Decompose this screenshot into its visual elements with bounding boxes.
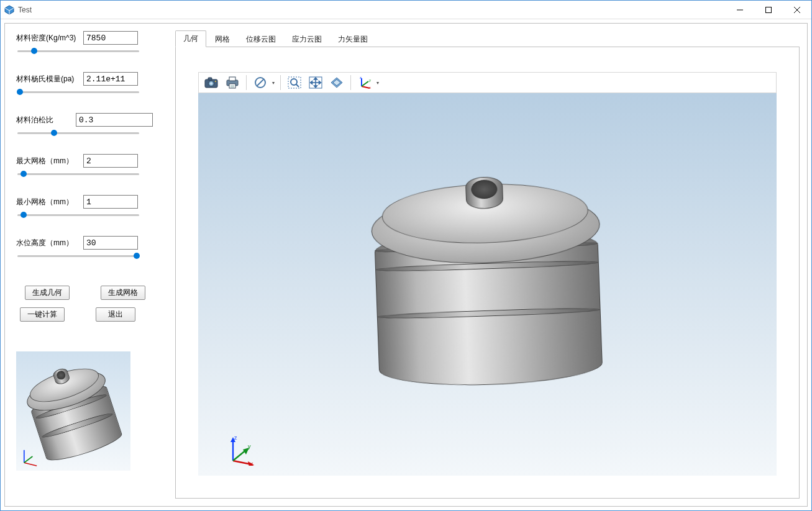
svg-rect-15: [229, 77, 235, 81]
model-preview: [16, 351, 130, 471]
window-title: Test: [18, 6, 32, 14]
generate-geometry-button[interactable]: 生成几何: [25, 286, 70, 300]
svg-line-20: [257, 79, 264, 86]
viewer-toolbar: ▾: [198, 72, 777, 93]
toolbar-separator: [350, 75, 351, 90]
param-label: 材料杨氏模量(pa): [16, 74, 83, 84]
maximize-button[interactable]: [754, 1, 783, 19]
param-poisson: 材料泊松比: [16, 113, 153, 138]
axis-x-label: x: [250, 461, 253, 466]
param-water-level: 水位高度（mm）: [16, 236, 153, 261]
tab-mesh[interactable]: 网格: [208, 32, 237, 47]
zoom-box-icon[interactable]: [285, 74, 304, 91]
min-mesh-input[interactable]: [83, 195, 138, 209]
close-button[interactable]: [783, 1, 811, 19]
svg-rect-10: [208, 78, 212, 80]
axis-y-label: y: [248, 443, 251, 450]
max-mesh-slider[interactable]: [17, 170, 139, 179]
pan-icon[interactable]: [306, 74, 326, 91]
svg-marker-29: [311, 81, 312, 84]
axis-z-label: z: [234, 435, 237, 441]
svg-marker-28: [314, 86, 317, 88]
param-youngs-modulus: 材料杨氏模量(pa): [16, 72, 153, 97]
minimize-button[interactable]: [726, 1, 754, 19]
main-area: 几何 网格 位移云图 应力云图 力矢量图: [175, 31, 800, 499]
svg-line-23: [296, 84, 299, 88]
sidebar: 材料密度(Kg/m^3) 材料杨氏模量(pa): [16, 31, 153, 499]
tab-content: ▾: [175, 47, 800, 499]
titlebar: Test: [1, 1, 811, 19]
svg-line-7: [24, 463, 37, 466]
rotate-icon[interactable]: [327, 74, 347, 91]
svg-text:x: x: [369, 86, 371, 89]
axes-icon[interactable]: zyx: [355, 74, 375, 91]
param-min-mesh: 最小网格（mm）: [16, 195, 153, 220]
svg-point-12: [210, 82, 212, 84]
poisson-input[interactable]: [76, 113, 153, 127]
youngs-modulus-input[interactable]: [83, 72, 138, 86]
generate-mesh-button[interactable]: 生成网格: [101, 286, 145, 300]
min-mesh-slider[interactable]: [17, 211, 139, 220]
param-label: 材料泊松比: [16, 115, 76, 125]
param-max-mesh: 最大网格（mm）: [16, 154, 153, 179]
svg-line-8: [24, 456, 33, 463]
svg-line-35: [362, 81, 368, 86]
app-window: Test 材料密度(Kg/m^3): [0, 0, 812, 511]
app-icon: [4, 5, 14, 15]
water-level-input[interactable]: [83, 236, 138, 250]
svg-marker-30: [319, 81, 321, 84]
param-density: 材料密度(Kg/m^3): [16, 31, 153, 56]
exit-button[interactable]: 退出: [96, 307, 135, 322]
viewport-3d[interactable]: z y x: [198, 93, 777, 476]
prohibit-icon[interactable]: [250, 74, 270, 91]
geometry-model: [365, 163, 610, 407]
chevron-down-icon[interactable]: ▾: [270, 80, 276, 86]
svg-rect-3: [766, 7, 772, 12]
youngs-modulus-slider[interactable]: [17, 88, 139, 97]
svg-text:z: z: [360, 76, 362, 79]
chevron-down-icon[interactable]: ▾: [375, 80, 381, 86]
max-mesh-input[interactable]: [83, 154, 138, 168]
svg-text:y: y: [369, 78, 371, 82]
param-label: 最小网格（mm）: [16, 197, 83, 207]
density-input[interactable]: [83, 31, 138, 45]
toolbar-separator: [280, 75, 281, 90]
tabs: 几何 网格 位移云图 应力云图 力矢量图: [175, 31, 800, 47]
svg-point-13: [215, 81, 216, 82]
param-label: 水位高度（mm）: [16, 238, 83, 248]
param-label: 最大网格（mm）: [16, 156, 83, 166]
print-icon[interactable]: [222, 74, 242, 91]
poisson-slider[interactable]: [17, 129, 139, 138]
svg-marker-27: [314, 78, 317, 79]
density-slider[interactable]: [17, 47, 139, 56]
axes-gizmo-icon: z y x: [227, 435, 258, 466]
camera-icon[interactable]: [201, 74, 221, 91]
compute-button[interactable]: 一键计算: [20, 307, 65, 322]
tab-geometry[interactable]: 几何: [175, 30, 206, 47]
tab-displacement[interactable]: 位移云图: [239, 32, 283, 47]
water-level-slider[interactable]: [17, 252, 139, 261]
tab-force-vector[interactable]: 力矢量图: [331, 32, 375, 47]
tab-stress[interactable]: 应力云图: [285, 32, 329, 47]
param-label: 材料密度(Kg/m^3): [16, 33, 83, 43]
axes-gizmo-icon: [20, 446, 41, 467]
toolbar-separator: [246, 75, 247, 90]
